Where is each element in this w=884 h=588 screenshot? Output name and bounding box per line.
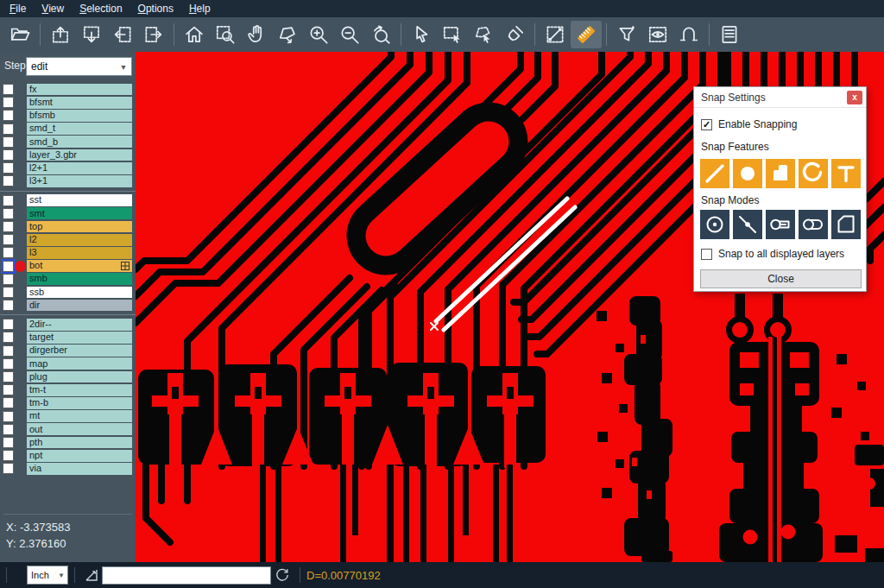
layer-checkbox[interactable] (3, 371, 14, 383)
measure-ruler-button[interactable] (571, 21, 602, 48)
layer-row-bot[interactable]: bot (0, 259, 136, 272)
home-view-button[interactable] (179, 21, 210, 48)
layer-checkbox[interactable] (3, 300, 14, 311)
layer-label[interactable]: tm-t (27, 384, 132, 396)
layer-row-bfsmb[interactable]: bfsmb (0, 109, 136, 122)
layer-row-smd_b[interactable]: smd_b (0, 136, 136, 149)
layer-checkbox[interactable] (3, 274, 14, 285)
select-rectangle-button[interactable] (437, 21, 468, 48)
layer-label[interactable]: via (27, 463, 132, 475)
import-bottom-button[interactable] (76, 21, 107, 48)
layer-checkbox[interactable] (3, 149, 14, 161)
layer-row-smd_t[interactable]: smd_t (0, 123, 136, 136)
layer-label[interactable]: target (27, 332, 132, 344)
layer-checkbox[interactable] (3, 136, 14, 148)
command-input[interactable] (102, 566, 271, 585)
layer-row-npt[interactable]: npt (0, 449, 136, 462)
snap-arc-button[interactable] (799, 159, 828, 188)
refresh-icon[interactable] (271, 565, 294, 585)
menu-file[interactable]: File (2, 0, 34, 17)
layer-label[interactable]: out (27, 423, 132, 435)
layer-row-pth[interactable]: pth (0, 436, 136, 449)
menu-view[interactable]: View (34, 0, 72, 17)
layer-row-2dir--[interactable]: 2dir-- (0, 318, 136, 331)
layer-row-tm-b[interactable]: tm-b (0, 396, 136, 409)
layer-checkbox[interactable] (3, 332, 14, 343)
layer-label[interactable]: tm-b (27, 397, 132, 409)
layer-label[interactable]: l2+1 (27, 162, 132, 174)
layer-label[interactable]: pth (27, 437, 132, 449)
layer-label[interactable]: sst (27, 194, 132, 206)
layer-checkbox[interactable] (3, 319, 14, 330)
layer-row-bfsmt[interactable]: bfsmt (0, 96, 136, 109)
layer-row-smt[interactable]: smt (0, 207, 136, 220)
zoom-out-button[interactable] (334, 21, 365, 48)
layer-row-plug[interactable]: plug (0, 370, 136, 383)
layer-label[interactable]: layer_3.gbr (27, 149, 132, 161)
zoom-region-button[interactable] (210, 21, 241, 48)
layer-checkbox[interactable] (3, 384, 14, 395)
layer-label[interactable]: smt (27, 207, 132, 219)
layer-row-via[interactable]: via (0, 462, 136, 475)
layer-checkbox[interactable] (3, 397, 14, 408)
layer-checkbox[interactable] (3, 123, 14, 135)
layer-row-l3[interactable]: l3 (0, 246, 136, 259)
snap-outline-button[interactable] (831, 210, 861, 239)
measure-path-button[interactable] (673, 21, 704, 48)
report-button[interactable] (714, 21, 745, 48)
layer-row-layer_3.gbr[interactable]: layer_3.gbr (0, 149, 136, 161)
layer-checkbox[interactable] (3, 97, 14, 108)
layer-checkbox[interactable] (3, 195, 14, 206)
view-box-button[interactable] (642, 21, 673, 48)
layer-row-l3+1[interactable]: l3+1 (0, 174, 136, 187)
snap-center-button[interactable] (700, 210, 729, 239)
layer-label[interactable]: smd_t (27, 123, 132, 135)
layer-checkbox[interactable] (3, 234, 14, 245)
layer-label[interactable]: l3+1 (27, 175, 132, 187)
layer-label[interactable]: 2dir-- (27, 319, 132, 331)
layer-row-smb[interactable]: smb (0, 273, 136, 286)
layer-row-ssb[interactable]: ssb (0, 286, 136, 299)
snap-all-layers-checkbox[interactable] (701, 249, 712, 260)
layer-row-l2[interactable]: l2 (0, 233, 136, 246)
layer-row-top[interactable]: top (0, 220, 136, 233)
layer-label[interactable]: top (27, 221, 132, 233)
clean-brush-button[interactable] (499, 21, 530, 48)
menu-help[interactable]: Help (181, 0, 218, 17)
select-polygon-button[interactable] (468, 21, 499, 48)
layer-checkbox[interactable] (3, 175, 14, 187)
snap-line-point-button[interactable] (733, 210, 762, 239)
layer-label[interactable]: smb (27, 273, 132, 285)
layer-checkbox[interactable] (3, 110, 14, 121)
layer-checkbox[interactable] (3, 84, 14, 95)
layer-label[interactable]: smd_b (27, 136, 132, 148)
layer-label[interactable]: mt (27, 410, 132, 422)
snap-circle-button[interactable] (733, 159, 762, 188)
snap-text-button[interactable] (831, 159, 861, 188)
layer-label[interactable]: bfsmt (27, 97, 132, 109)
enable-snapping-checkbox[interactable]: ✓ (701, 119, 712, 130)
layer-checkbox[interactable] (3, 162, 14, 174)
close-button[interactable]: Close (700, 269, 862, 288)
layer-label[interactable]: l2 (27, 234, 132, 246)
zoom-polygon-button[interactable] (272, 21, 303, 48)
import-right-button[interactable] (138, 21, 169, 48)
dialog-titlebar[interactable]: Snap Settings x (694, 87, 866, 108)
layer-row-mt[interactable]: mt (0, 410, 136, 423)
layer-label[interactable]: bot (27, 260, 132, 272)
layer-row-target[interactable]: target (0, 331, 136, 344)
layer-row-fx[interactable]: fx (0, 83, 136, 96)
layer-label[interactable]: dirgerber (27, 345, 132, 357)
layer-checkbox[interactable] (3, 221, 14, 232)
unit-combobox[interactable]: Inch ▾ (27, 566, 68, 585)
snap-slot-button[interactable] (799, 210, 828, 239)
step-combobox[interactable]: edit ▾ (26, 57, 132, 76)
layer-label[interactable]: fx (27, 84, 132, 96)
select-cursor-button[interactable] (406, 21, 437, 48)
layer-checkbox[interactable] (3, 450, 14, 461)
snap-line-button[interactable] (700, 159, 729, 188)
import-top-button[interactable] (45, 21, 76, 48)
layer-checkbox[interactable] (3, 358, 14, 370)
snap-slot-end-button[interactable] (766, 210, 795, 239)
angle-tool-icon[interactable] (81, 565, 102, 585)
